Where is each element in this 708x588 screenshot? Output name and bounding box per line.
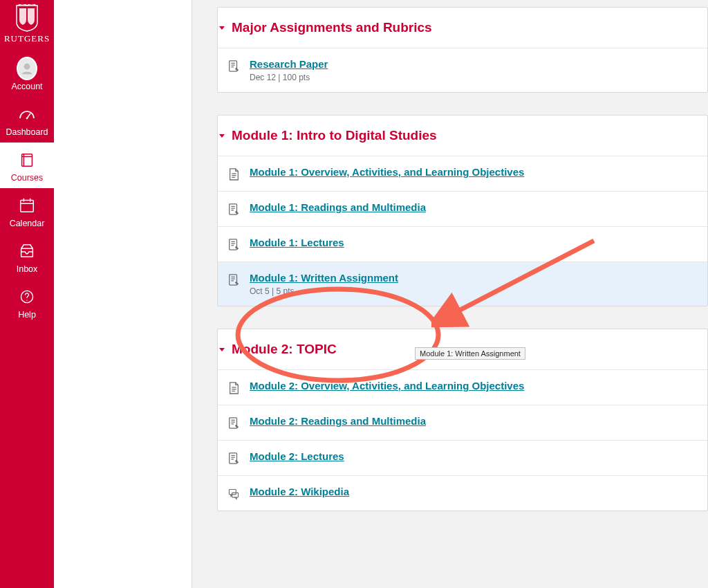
shield-icon	[15, 4, 39, 32]
nav-label: Account	[11, 82, 42, 91]
assignment-icon	[227, 59, 240, 73]
dashboard-icon	[17, 104, 37, 125]
nav-inbox[interactable]: Inbox	[0, 234, 54, 279]
item-link[interactable]: Module 1: Readings and Multimedia	[250, 201, 426, 213]
item-meta: Dec 12 | 100 pts	[250, 73, 328, 82]
item-link[interactable]: Module 2: Readings and Multimedia	[250, 415, 426, 427]
nav-label: Calendar	[10, 219, 45, 228]
module-item[interactable]: Module 1: Overview, Activities, and Lear…	[218, 156, 707, 191]
svg-rect-49	[229, 489, 236, 494]
nav-label: Inbox	[17, 264, 38, 274]
svg-point-0	[24, 64, 29, 69]
svg-rect-34	[230, 275, 237, 285]
nav-label: Help	[18, 310, 36, 320]
discussion-icon	[227, 487, 240, 501]
inbox-icon	[17, 241, 37, 261]
svg-rect-50	[232, 493, 239, 497]
nav-account[interactable]: Account	[0, 51, 54, 97]
module-1: Module 1: Intro to Digital Studies Modul…	[217, 115, 708, 306]
item-link[interactable]: Module 2: Overview, Activities, and Lear…	[250, 380, 524, 392]
nav-calendar[interactable]: Calendar	[0, 188, 54, 234]
nav-label: Dashboard	[6, 127, 48, 137]
svg-rect-6	[21, 201, 34, 212]
module-item[interactable]: Module 1: Readings and Multimedia	[218, 191, 707, 226]
assignment-icon	[227, 452, 240, 466]
brand-name: RUTGERS	[4, 33, 50, 44]
brand-logo[interactable]: RUTGERS	[0, 0, 54, 51]
svg-rect-30	[230, 239, 237, 250]
module-item[interactable]: Research Paper Dec 12 | 100 pts	[218, 48, 707, 92]
svg-rect-16	[21, 248, 33, 257]
svg-rect-19	[230, 61, 237, 71]
module-header[interactable]: Major Assignments and Rubrics	[218, 8, 707, 48]
svg-rect-41	[230, 418, 237, 428]
page-icon	[227, 381, 240, 395]
item-link[interactable]: Module 1: Written Assignment	[250, 272, 398, 284]
assignment-icon	[227, 273, 240, 287]
svg-rect-45	[230, 453, 237, 463]
calendar-icon	[17, 195, 37, 216]
page-icon	[227, 167, 240, 181]
nav-courses[interactable]: Courses	[0, 143, 54, 188]
svg-rect-26	[230, 204, 237, 214]
item-link[interactable]: Module 2: Lectures	[250, 450, 344, 462]
chevron-down-icon[interactable]	[219, 134, 225, 138]
global-nav: RUTGERS Account Dashboard Courses Calend…	[0, 0, 54, 588]
help-icon	[17, 286, 37, 307]
tooltip: Module 1: Written Assignment	[415, 347, 525, 360]
item-link[interactable]: Module 1: Lectures	[250, 237, 344, 248]
assignment-icon	[227, 203, 240, 217]
module-major-assignments: Major Assignments and Rubrics Research P…	[217, 7, 708, 93]
module-item[interactable]: Module 2: Overview, Activities, and Lear…	[218, 369, 707, 405]
account-icon	[17, 58, 37, 79]
module-header[interactable]: Module 1: Intro to Digital Studies	[218, 116, 707, 156]
module-title: Major Assignments and Rubrics	[232, 20, 432, 35]
chevron-down-icon[interactable]	[219, 348, 225, 351]
module-title: Module 2: TOPIC	[232, 342, 337, 357]
item-link[interactable]: Module 2: Wikipedia	[250, 486, 349, 497]
chevron-down-icon[interactable]	[219, 26, 225, 30]
nav-help[interactable]: Help	[0, 279, 54, 325]
item-link[interactable]: Research Paper	[250, 58, 328, 70]
assignment-icon	[227, 238, 240, 252]
module-item[interactable]: Module 2: Lectures	[218, 440, 707, 475]
nav-label: Courses	[11, 173, 44, 183]
modules-list: Major Assignments and Rubrics Research P…	[192, 0, 708, 588]
assignment-icon	[227, 416, 240, 430]
item-meta: Oct 5 | 5 pts	[250, 286, 398, 296]
module-item[interactable]: Module 2: Readings and Multimedia	[218, 405, 707, 440]
svg-point-18	[26, 300, 27, 300]
course-subnav	[54, 0, 192, 588]
module-title: Module 1: Intro to Digital Studies	[232, 128, 437, 143]
courses-icon	[17, 149, 37, 170]
item-link[interactable]: Module 1: Overview, Activities, and Lear…	[250, 166, 524, 178]
nav-dashboard[interactable]: Dashboard	[0, 97, 54, 143]
module-item-written-assignment[interactable]: Module 1: Written Assignment Oct 5 | 5 p…	[218, 261, 707, 306]
svg-point-2	[26, 118, 28, 120]
module-item[interactable]: Module 2: Wikipedia	[218, 475, 707, 511]
module-item[interactable]: Module 1: Lectures	[218, 226, 707, 261]
tooltip-text: Module 1: Written Assignment	[420, 349, 521, 358]
